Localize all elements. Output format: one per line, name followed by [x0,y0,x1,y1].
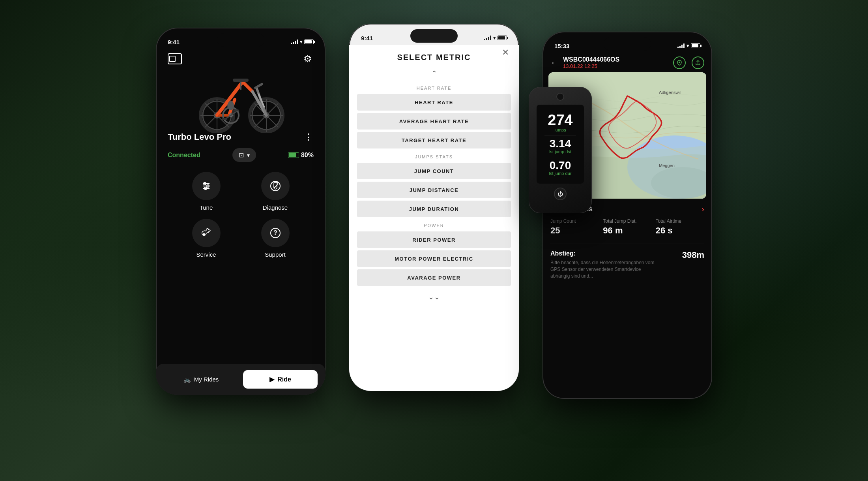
battery-status: 80% [288,152,314,159]
wearable-divider-2 [544,157,576,157]
phone-1-header: ⚙ [156,49,326,69]
svg-point-38 [203,233,205,235]
metric-avg-power-text: AVARAGE POWER [407,275,460,281]
bottom-nav: 🚲 My Rides ▶ Ride [156,364,326,395]
ride-button[interactable]: ▶ Ride [243,370,318,389]
back-button[interactable]: ← [550,58,559,68]
abstieg-note: Bitte beachte, dass die Höhenmeterangabe… [550,259,661,279]
svg-text:Meggen: Meggen [659,163,675,168]
abstieg-title: Abstieg: [550,250,661,257]
signal-bar-4 [490,36,491,40]
metric-jump-count[interactable]: JUMP COUNT [357,163,511,179]
scroll-down-button[interactable]: ⌄⌄ [349,287,519,307]
battery-fill [305,40,312,43]
stats-section: Jumps Stats › Jump Count 25 Total Jump D… [542,199,712,399]
phone-3-nav-icons [673,56,704,69]
metric-jump-duration-text: JUMP DURATION [409,206,459,212]
ride-label: Ride [277,376,291,383]
battery-green-icon [288,152,299,158]
metric-target-heart-rate-text: TARGET HEART RATE [402,137,466,143]
ride-play-icon: ▶ [269,376,274,383]
stat-airtime-value: 26 s [656,225,704,236]
phones-container: 9:41 ▾ ⚙ [0,0,868,481]
metric-rider-power[interactable]: RIDER POWER [357,231,511,248]
action-tune[interactable]: Tune [176,172,237,211]
wearable-divider-1 [544,135,576,135]
wearable-big-num: 274 [548,113,572,128]
phone-3-battery-tip [700,45,702,47]
action-service[interactable]: Service [176,219,237,258]
metric-avg-heart-rate[interactable]: AVERAGE HEART RATE [357,113,511,130]
stats-arrow-icon[interactable]: › [702,205,704,214]
connected-row: Connected ⊡ ▾ 80% [156,148,326,162]
stat-jump-dist-value: 96 m [603,225,651,236]
metric-avg-power[interactable]: AVARAGE POWER [357,269,511,286]
scroll-up-button[interactable]: ⌃ [349,66,519,81]
support-label: Support [265,251,286,258]
my-rides-button[interactable]: 🚲 My Rides [164,370,238,389]
svg-text:?: ? [273,229,277,236]
phone-2-content: ✕ SELECT METRIC ⌃ HEART RATE HEART RATE … [349,45,519,391]
signal-bar-2 [679,46,681,48]
modal-title: SELECT METRIC [349,45,519,66]
phone-3-signal [677,43,685,48]
metric-jump-duration[interactable]: JUMP DURATION [357,201,511,217]
signal-bar-3 [295,41,296,44]
phone-1-content: ⚙ [156,49,326,395]
map-nav-icon[interactable] [673,56,686,69]
stat-airtime-label: Total Airtime [656,218,704,224]
wearable-small-num: 0.70 [549,160,572,171]
metric-jump-count-text: JUMP COUNT [414,168,454,174]
connected-status: Connected [168,152,200,159]
phone-3-nav: ← WSBC00444066OS 13.01.22 12:25 [542,53,712,72]
screen-icon[interactable] [168,53,182,64]
wifi-icon: ▾ [300,39,302,45]
battery-tip [314,41,315,43]
phone-1-notch [217,33,264,47]
signal-bar-2 [293,42,294,44]
my-rides-icon: 🚲 [183,376,191,383]
stats-grid: Jump Count 25 Total Jump Dist. 96 m Tota… [550,218,704,236]
bike-svg [191,70,290,133]
phone-2-wifi: ▾ [493,35,496,41]
more-options[interactable]: ⋮ [304,132,314,142]
signal-bar-1 [291,43,292,44]
svg-point-30 [228,101,234,110]
action-diagnose[interactable]: Diagnose [245,172,306,211]
svg-rect-21 [254,82,264,89]
wearable-power-button[interactable]: ⏻ [554,188,567,200]
signal-bar-1 [677,47,679,48]
phone-2-status-icons: ▾ [484,35,507,41]
gear-icon[interactable]: ⚙ [302,53,314,65]
bike-name: Turbo Levo Pro [168,132,231,142]
metric-jump-distance[interactable]: JUMP DISTANCE [357,182,511,198]
phone-2-notch [410,29,458,43]
signal-bar-4 [297,39,298,44]
wearable-jump-dur: 0.70 lst jump dur [549,160,572,176]
battery-green-fill [289,153,296,157]
metric-heart-rate-text: HEART RATE [415,100,453,105]
metric-target-heart-rate[interactable]: TARGET HEART RATE [357,132,511,148]
metric-jump-distance-text: JUMP DISTANCE [410,187,458,193]
wearable-jumps-count: 274 jumps [548,113,572,132]
svg-point-41 [679,62,680,63]
export-nav-icon[interactable] [692,56,704,69]
modal-close-button[interactable]: ✕ [502,47,509,58]
phone-3-wifi: ▾ [687,43,689,49]
phone-2-battery-fill [498,36,505,39]
device-date: 13.01.22 12:25 [563,63,669,69]
my-rides-label: My Rides [194,376,219,383]
svg-rect-27 [234,109,239,111]
device-id-info: WSBC00444066OS 13.01.22 12:25 [563,56,669,69]
mode-icon: ⊡ [239,151,244,159]
wearable-label-2: lst jump dst [549,149,571,154]
metric-heart-rate[interactable]: HEART RATE [357,94,511,111]
phone-1: 9:41 ▾ ⚙ [156,28,326,395]
metric-motor-power[interactable]: MOTOR POWER ELECTRIC [357,250,511,267]
mode-selector[interactable]: ⊡ ▾ [232,148,256,162]
action-support[interactable]: ? Support [245,219,306,258]
bike-container [156,69,326,132]
phone-1-status-icons: ▾ [291,39,314,45]
battery-percent: 80% [301,152,314,159]
power-section-label: POWER [349,218,519,230]
